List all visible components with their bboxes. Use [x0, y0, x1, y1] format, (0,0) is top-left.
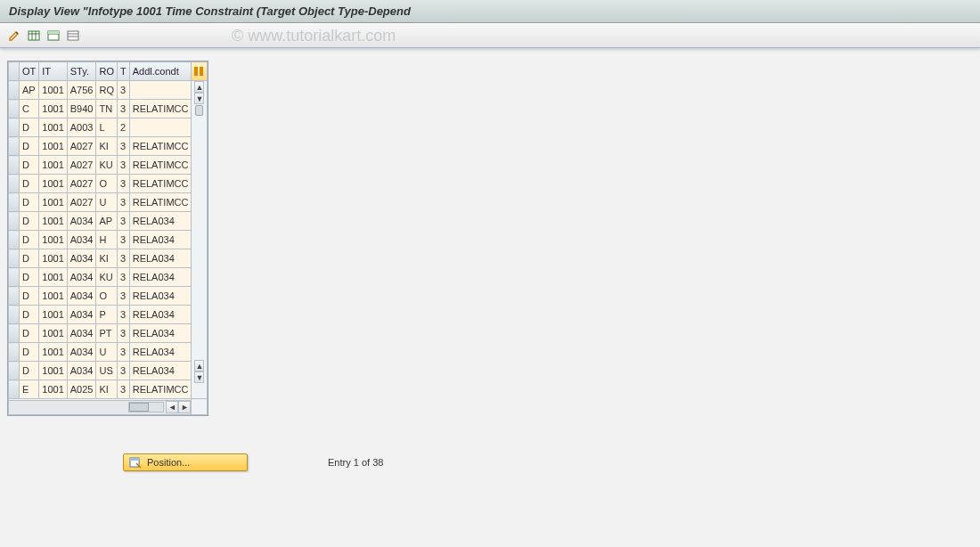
- cell-it[interactable]: 1001: [39, 81, 67, 100]
- cell-ot[interactable]: D: [20, 118, 39, 137]
- table-row[interactable]: D1001A034U3RELA034: [9, 343, 208, 362]
- cell-addl[interactable]: RELATIMCC: [129, 380, 192, 399]
- cell-ro[interactable]: O: [96, 287, 118, 306]
- cell-it[interactable]: 1001: [39, 175, 67, 193]
- cell-sty[interactable]: A034: [67, 306, 96, 324]
- scroll-up2-icon[interactable]: ▲: [194, 360, 204, 371]
- table-row[interactable]: D1001A034AP3RELA034: [9, 212, 208, 231]
- cell-it[interactable]: 1001: [39, 231, 67, 249]
- cell-sty[interactable]: A034: [67, 268, 96, 287]
- row-selector[interactable]: [9, 156, 20, 175]
- row-selector[interactable]: [9, 268, 20, 287]
- row-selector[interactable]: [9, 81, 20, 100]
- row-selector[interactable]: [9, 212, 20, 231]
- table-row[interactable]: D1001A027O3RELATIMCC: [9, 175, 208, 193]
- table-export-icon[interactable]: [45, 27, 62, 45]
- cell-addl[interactable]: RELA034: [129, 362, 192, 380]
- cell-addl[interactable]: RELA034: [129, 287, 192, 306]
- col-header-ot[interactable]: OT: [20, 62, 39, 81]
- scroll-right-icon[interactable]: ►: [178, 401, 191, 413]
- cell-sty[interactable]: B940: [67, 100, 96, 118]
- cell-t[interactable]: 3: [117, 137, 129, 156]
- cell-sty[interactable]: A027: [67, 156, 96, 175]
- edit-icon[interactable]: [5, 27, 23, 45]
- cell-sty[interactable]: A034: [67, 362, 96, 380]
- table-row[interactable]: D1001A034O3RELA034: [9, 287, 208, 306]
- cell-ro[interactable]: TN: [96, 100, 118, 118]
- cell-it[interactable]: 1001: [39, 380, 67, 399]
- cell-addl[interactable]: RELATIMCC: [129, 100, 192, 118]
- table-row[interactable]: D1001A034PT3RELA034: [9, 324, 208, 343]
- cell-ro[interactable]: KU: [96, 268, 118, 287]
- cell-addl[interactable]: RELA034: [129, 231, 192, 249]
- vertical-scroll[interactable]: ▲▼▲▼: [192, 81, 208, 399]
- cell-ot[interactable]: D: [20, 175, 39, 193]
- cell-sty[interactable]: A034: [67, 249, 96, 268]
- row-selector[interactable]: [9, 175, 20, 193]
- row-selector[interactable]: [9, 287, 20, 306]
- cell-ro[interactable]: H: [96, 231, 118, 249]
- col-header-addl[interactable]: Addl.condt: [129, 62, 192, 81]
- row-selector-header[interactable]: [9, 62, 20, 81]
- cell-ro[interactable]: O: [96, 175, 118, 193]
- cell-sty[interactable]: A034: [67, 212, 96, 231]
- col-header-ro[interactable]: RO: [96, 62, 118, 81]
- cell-it[interactable]: 1001: [39, 118, 67, 137]
- row-selector[interactable]: [9, 362, 20, 380]
- cell-t[interactable]: 3: [117, 268, 129, 287]
- cell-sty[interactable]: A027: [67, 175, 96, 193]
- cell-ro[interactable]: KU: [96, 156, 118, 175]
- row-selector[interactable]: [9, 231, 20, 249]
- cell-ot[interactable]: D: [20, 212, 39, 231]
- horizontal-scroll[interactable]: ◄ ►: [9, 399, 208, 415]
- cell-addl[interactable]: RELA034: [129, 306, 192, 324]
- cell-t[interactable]: 3: [117, 81, 129, 100]
- cell-sty[interactable]: A034: [67, 287, 96, 306]
- col-header-sty[interactable]: STy.: [67, 62, 96, 81]
- cell-it[interactable]: 1001: [39, 324, 67, 343]
- cell-ro[interactable]: KI: [96, 137, 118, 156]
- data-grid[interactable]: OT IT STy. RO T Addl.condt AP1001A756RQ3…: [7, 61, 208, 416]
- scroll-down2-icon[interactable]: ▼: [194, 371, 204, 383]
- cell-addl[interactable]: RELATIMCC: [129, 193, 192, 212]
- row-selector[interactable]: [9, 249, 20, 268]
- table-row[interactable]: D1001A034P3RELA034: [9, 306, 208, 324]
- cell-it[interactable]: 1001: [39, 343, 67, 362]
- cell-ro[interactable]: U: [96, 193, 118, 212]
- cell-ot[interactable]: D: [20, 287, 39, 306]
- row-selector[interactable]: [9, 380, 20, 399]
- cell-t[interactable]: 3: [117, 324, 129, 343]
- cell-t[interactable]: 3: [117, 362, 129, 380]
- row-selector[interactable]: [9, 193, 20, 212]
- table-view-icon[interactable]: [64, 27, 82, 45]
- cell-ot[interactable]: D: [20, 231, 39, 249]
- table-row[interactable]: D1001A027U3RELATIMCC: [9, 193, 208, 212]
- scroll-up-icon[interactable]: ▲: [194, 81, 204, 93]
- col-header-it[interactable]: IT: [39, 62, 67, 81]
- cell-t[interactable]: 3: [117, 175, 129, 193]
- cell-it[interactable]: 1001: [39, 249, 67, 268]
- cell-sty[interactable]: A034: [67, 324, 96, 343]
- row-selector[interactable]: [9, 324, 20, 343]
- cell-it[interactable]: 1001: [39, 156, 67, 175]
- col-header-t[interactable]: T: [117, 62, 129, 81]
- cell-t[interactable]: 3: [117, 212, 129, 231]
- row-selector[interactable]: [9, 306, 20, 324]
- table-row[interactable]: AP1001A756RQ3▲▼▲▼: [9, 81, 208, 100]
- cell-ot[interactable]: D: [20, 137, 39, 156]
- cell-ot[interactable]: D: [20, 156, 39, 175]
- cell-sty[interactable]: A003: [67, 118, 96, 137]
- cell-it[interactable]: 1001: [39, 362, 67, 380]
- cell-sty[interactable]: A034: [67, 231, 96, 249]
- cell-ro[interactable]: RQ: [96, 81, 118, 100]
- cell-addl[interactable]: RELA034: [129, 343, 192, 362]
- table-settings-icon[interactable]: [25, 27, 43, 45]
- table-row[interactable]: D1001A003L2: [9, 118, 208, 137]
- cell-addl[interactable]: RELA034: [129, 268, 192, 287]
- row-selector[interactable]: [9, 100, 20, 118]
- table-row[interactable]: D1001A034US3RELA034: [9, 362, 208, 380]
- cell-t[interactable]: 3: [117, 193, 129, 212]
- scroll-down-icon[interactable]: ▼: [194, 93, 204, 104]
- cell-ro[interactable]: AP: [96, 212, 118, 231]
- cell-ro[interactable]: U: [96, 343, 118, 362]
